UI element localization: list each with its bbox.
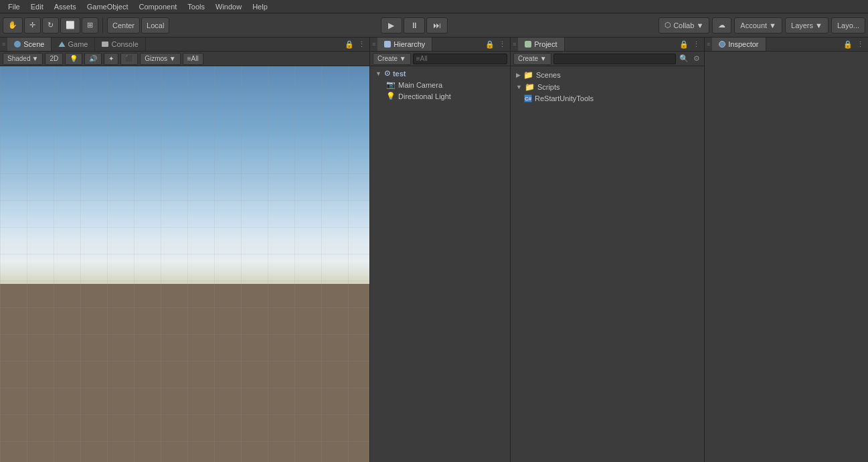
scripts-folder-icon: 📁	[525, 82, 535, 92]
transform-tool-btn[interactable]: ⊞	[82, 17, 98, 33]
scenes-folder-icon: 📁	[523, 70, 533, 80]
2d-btn[interactable]: 2D	[45, 53, 63, 65]
camera-icon: 📷	[386, 80, 396, 89]
project-content: ▶ 📁 Scenes ▼ 📁 Scripts C# ReStartUnityTo…	[511, 66, 704, 462]
scene-fx-btn[interactable]: ✦	[104, 53, 118, 65]
menu-help[interactable]: Help	[247, 1, 273, 12]
test-scene-item[interactable]: ▼ ⊙ test	[370, 68, 510, 79]
rect-tool-btn[interactable]: ⬜	[60, 17, 80, 33]
console-tab-icon	[102, 42, 108, 47]
pause-btn[interactable]: ⏸	[404, 17, 425, 33]
hierarchy-create-btn[interactable]: Create ▼	[373, 53, 411, 65]
hierarchy-search-input[interactable]	[413, 54, 507, 64]
hierarchy-tabs-row: ≡ Hierarchy 🔒 ⋮	[370, 37, 510, 52]
gizmos-btn[interactable]: Gizmos ▼	[140, 53, 181, 65]
scenes-folder-item[interactable]: ▶ 📁 Scenes	[511, 69, 704, 81]
console-tab[interactable]: Console	[95, 37, 145, 51]
menu-component[interactable]: Component	[133, 1, 182, 12]
scene-viewport[interactable]	[0, 66, 369, 462]
project-more-btn[interactable]: ⋮	[691, 40, 701, 49]
center-btn[interactable]: Center	[107, 17, 140, 33]
play-btn[interactable]: ▶	[381, 17, 402, 33]
menu-edit[interactable]: Edit	[25, 1, 49, 12]
project-toolbar: Create ▼ 🔍 ⚙	[511, 52, 704, 66]
project-lock-btn[interactable]: 🔒	[678, 40, 690, 49]
play-controls: ▶ ⏸ ⏭	[381, 17, 448, 33]
all-btn[interactable]: ≡All	[183, 53, 203, 65]
light-icon: 💡	[386, 92, 396, 100]
menu-file[interactable]: File	[3, 1, 25, 12]
layers-btn[interactable]: Layers ▼	[785, 17, 829, 33]
inspector-tab[interactable]: Inspector	[712, 37, 766, 51]
inspector-lock-btn[interactable]: 🔒	[842, 40, 854, 49]
hierarchy-panel-options: 🔒 ⋮	[484, 40, 510, 49]
project-create-btn[interactable]: Create ▼	[513, 53, 551, 65]
scene-panel-options: 🔒 ⋮	[343, 40, 369, 49]
menu-tools[interactable]: Tools	[182, 1, 210, 12]
account-btn[interactable]: Account ▼	[734, 17, 782, 33]
shaded-label: Shaded	[7, 55, 30, 62]
inspector-panel: ≡ Inspector 🔒 ⋮	[705, 37, 868, 462]
cloud-btn[interactable]: ☁	[712, 17, 731, 33]
project-search-input[interactable]	[553, 54, 676, 64]
layout-btn[interactable]: Layo...	[831, 17, 865, 33]
hierarchy-more-btn[interactable]: ⋮	[497, 40, 507, 49]
restart-unity-tools-item[interactable]: C# ReStartUnityTools	[511, 93, 704, 104]
scene-tabs-row: ≡ Scene Game Console 🔒 ⋮	[0, 37, 369, 52]
main-layout: ≡ Scene Game Console 🔒 ⋮ Shaded ▼	[0, 37, 868, 462]
gizmos-label: Gizmos ▼	[145, 55, 176, 62]
project-panel-options: 🔒 ⋮	[678, 40, 704, 49]
hand-tool-btn[interactable]: ✋	[3, 17, 23, 33]
move-tool-btn[interactable]: ✛	[24, 17, 41, 33]
hierarchy-lock-btn[interactable]: 🔒	[484, 40, 496, 49]
project-search-icon[interactable]: 🔍	[678, 54, 690, 63]
scene-audio-btn[interactable]: 🔊	[84, 53, 102, 65]
directional-light-item[interactable]: 💡 Directional Light	[370, 90, 510, 102]
main-camera-label: Main Camera	[398, 81, 442, 89]
menu-gameobject[interactable]: GameObject	[82, 1, 134, 12]
hierarchy-content: ▼ ⊙ test 📷 Main Camera 💡 Directional Lig…	[370, 66, 510, 462]
menu-assets[interactable]: Assets	[49, 1, 82, 12]
scene-panel-more-btn[interactable]: ⋮	[357, 40, 367, 49]
shaded-btn[interactable]: Shaded ▼	[3, 53, 43, 65]
main-camera-item[interactable]: 📷 Main Camera	[370, 79, 510, 90]
console-tab-label: Console	[111, 40, 138, 48]
scene-light-btn[interactable]: 💡	[65, 53, 82, 65]
step-btn[interactable]: ⏭	[426, 17, 448, 33]
collab-icon: ⬡	[665, 21, 671, 29]
hierarchy-drag-handle[interactable]: ≡	[370, 41, 377, 48]
scene-panel-lock-btn[interactable]: 🔒	[343, 40, 355, 49]
hierarchy-tab-label: Hierarchy	[394, 40, 425, 48]
hierarchy-toolbar: Create ▼	[370, 52, 510, 66]
project-drag-handle[interactable]: ≡	[511, 41, 518, 48]
scene-tab-label: Scene	[23, 40, 44, 48]
rotate-tool-btn[interactable]: ↻	[42, 17, 59, 33]
local-btn[interactable]: Local	[141, 17, 169, 33]
inspector-drag-handle[interactable]: ≡	[705, 41, 712, 48]
all-label: ≡All	[187, 55, 199, 62]
scene-sky-btn[interactable]: ⬛	[120, 53, 138, 65]
game-tab[interactable]: Game	[52, 37, 95, 51]
project-tab[interactable]: Project	[518, 37, 564, 51]
hierarchy-tab[interactable]: Hierarchy	[377, 37, 432, 51]
center-btn-label: Center	[112, 21, 135, 29]
hierarchy-create-label: Create ▼	[377, 55, 406, 62]
scripts-arrow-icon: ▼	[516, 84, 522, 90]
layers-label: Layers ▼	[791, 21, 822, 29]
project-tab-icon	[525, 41, 531, 48]
collab-btn[interactable]: ⬡ Collab ▼	[659, 17, 709, 33]
menu-window[interactable]: Window	[210, 1, 247, 12]
scenes-arrow-icon: ▶	[516, 72, 521, 78]
scripts-folder-item[interactable]: ▼ 📁 Scripts	[511, 81, 704, 93]
left-panel: ≡ Scene Game Console 🔒 ⋮ Shaded ▼	[0, 37, 370, 462]
collab-label: Collab ▼	[673, 21, 703, 29]
scene-tab[interactable]: Scene	[7, 37, 52, 51]
scene-panel-drag-handle[interactable]: ≡	[0, 41, 7, 48]
scene-arrow-icon: ▼	[375, 70, 381, 77]
2d-label: 2D	[50, 55, 58, 62]
inspector-tab-icon	[719, 41, 725, 48]
inspector-more-btn[interactable]: ⋮	[855, 40, 865, 49]
project-filter-icon[interactable]: ⚙	[692, 54, 701, 63]
directional-light-label: Directional Light	[398, 92, 451, 100]
local-btn-label: Local	[147, 21, 164, 29]
